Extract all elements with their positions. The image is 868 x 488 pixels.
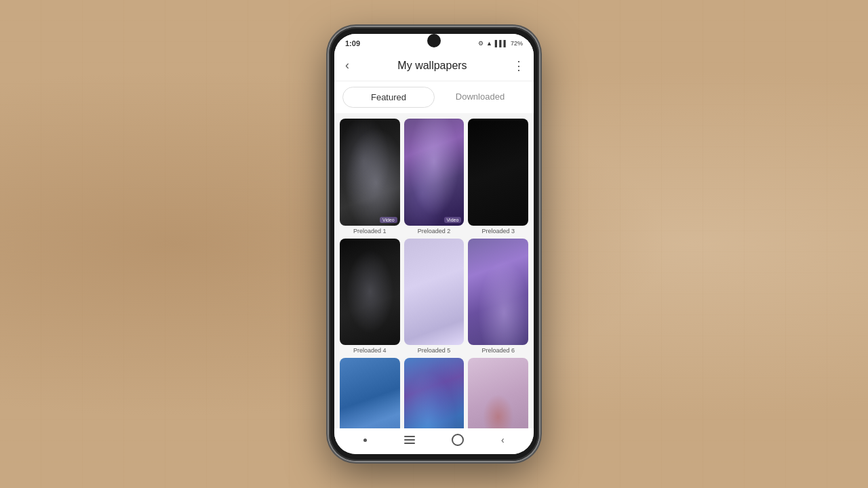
notch bbox=[427, 34, 441, 47]
wallpaper-label-1: Preloaded 1 bbox=[353, 228, 387, 235]
page-title: My wallpapers bbox=[397, 60, 467, 72]
wallpaper-label-3: Preloaded 3 bbox=[481, 228, 515, 235]
phone-screen: 1:09 ⚙ ▲ ▌▌▌ 72% ‹ My wallpapers ⋮ Featu… bbox=[334, 34, 534, 454]
wallpaper-thumb-6 bbox=[468, 239, 528, 346]
wallpaper-thumb-8 bbox=[404, 358, 465, 428]
list-item[interactable] bbox=[468, 358, 528, 428]
list-item[interactable]: Video Preloaded 2 bbox=[404, 119, 465, 235]
tab-featured[interactable]: Featured bbox=[342, 87, 435, 108]
back-button[interactable]: ‹ bbox=[342, 56, 352, 75]
list-item[interactable]: Preloaded 3 bbox=[468, 119, 528, 235]
wallpaper-grid: Video Preloaded 1 Video Preloaded 2 Prel… bbox=[334, 113, 534, 428]
wallpaper-label-4: Preloaded 4 bbox=[353, 347, 387, 354]
list-item[interactable]: Video Preloaded 1 bbox=[340, 119, 400, 235]
status-time: 1:09 bbox=[345, 39, 360, 47]
wallpaper-label-2: Preloaded 2 bbox=[418, 228, 451, 235]
wallpaper-thumb-3 bbox=[468, 119, 528, 226]
list-item[interactable]: Preloaded 6 bbox=[468, 239, 528, 354]
wallpaper-thumb-4 bbox=[340, 239, 400, 346]
status-icons: ⚙ ▲ ▌▌▌ 72% bbox=[478, 40, 523, 47]
video-badge: Video bbox=[444, 217, 462, 223]
signal-icon: ▌▌▌ bbox=[495, 40, 508, 47]
battery-icon: 72% bbox=[511, 40, 523, 47]
video-badge: Video bbox=[380, 217, 397, 223]
tabs-container: Featured Downloaded bbox=[334, 81, 534, 113]
list-item[interactable] bbox=[340, 358, 400, 428]
wallpaper-thumb-1: Video bbox=[340, 119, 400, 226]
wallpaper-thumb-9 bbox=[468, 358, 528, 428]
nav-bar: ‹ bbox=[334, 428, 534, 454]
wallpaper-label-6: Preloaded 6 bbox=[481, 347, 515, 354]
phone-frame: 1:09 ⚙ ▲ ▌▌▌ 72% ‹ My wallpapers ⋮ Featu… bbox=[329, 27, 539, 461]
wallpaper-label-5: Preloaded 5 bbox=[418, 347, 451, 354]
wallpaper-thumb-2: Video bbox=[404, 119, 465, 226]
gear-icon: ⚙ bbox=[478, 40, 484, 47]
wallpaper-thumb-7 bbox=[340, 358, 400, 428]
nav-dot bbox=[363, 439, 367, 442]
home-button[interactable] bbox=[452, 434, 464, 446]
tab-downloaded[interactable]: Downloaded bbox=[435, 87, 526, 108]
wifi-icon: ▲ bbox=[486, 40, 492, 47]
app-header: ‹ My wallpapers ⋮ bbox=[334, 50, 534, 81]
list-item[interactable]: Preloaded 4 bbox=[340, 239, 400, 354]
list-item[interactable] bbox=[404, 358, 465, 428]
menu-button[interactable]: ⋮ bbox=[513, 58, 526, 73]
back-nav-button[interactable]: ‹ bbox=[501, 434, 505, 445]
recent-apps-button[interactable] bbox=[404, 436, 415, 444]
list-item[interactable]: Preloaded 5 bbox=[404, 239, 465, 354]
wallpaper-thumb-5 bbox=[404, 239, 465, 346]
